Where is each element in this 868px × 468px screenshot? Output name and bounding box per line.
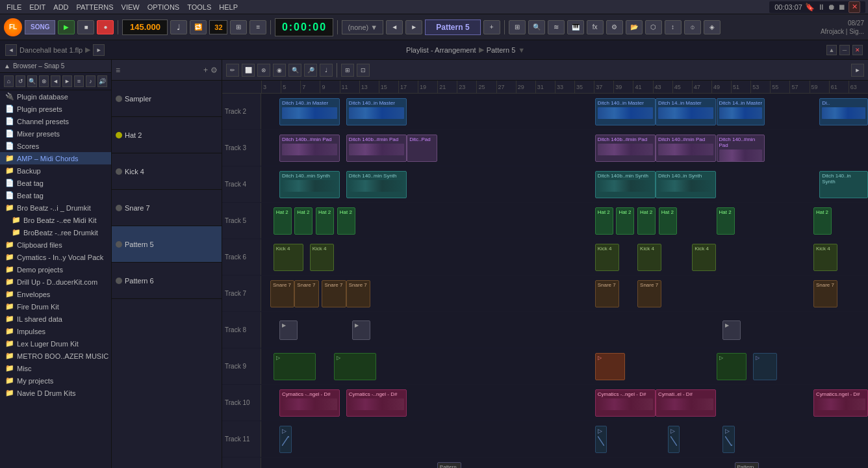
track6-clip-4[interactable]: Kick 4 — [637, 244, 661, 271]
sb-tool-prev[interactable]: ◄ — [51, 75, 60, 87]
track11-clip-2[interactable]: ▷ — [595, 426, 607, 453]
sidebar-item-impulses[interactable]: 📁 Impulses — [0, 325, 111, 337]
track2-clip-5[interactable]: Ditch 14..in Master — [717, 98, 765, 125]
track11-clip-3[interactable]: ▷ — [668, 426, 680, 453]
tempo-display[interactable]: 145.000 — [122, 20, 168, 35]
track-4-lane[interactable]: Ditch 140..min Synth Ditch 140..min Synt… — [261, 166, 868, 202]
menu-item-view[interactable]: VIEW — [118, 0, 144, 14]
sb-tool-next[interactable]: ► — [62, 75, 72, 87]
pattern-nav-next[interactable]: ► — [405, 20, 422, 34]
zoom-btn[interactable]: 🔍 — [528, 20, 545, 34]
pl-zoom-out-btn[interactable]: 🔎 — [304, 64, 317, 77]
sidebar-item-plugin-presets[interactable]: 📄 Plugin presets — [0, 103, 111, 115]
track12-clip-1[interactable]: Pattern 5 — [437, 462, 461, 468]
track5-clip-6[interactable]: Hat 2 — [616, 207, 634, 235]
track-5-lane[interactable]: Hat 2 Hat 2 Hat 2 Hat 2 — [261, 203, 868, 239]
add-pattern-btn[interactable]: + — [483, 20, 500, 34]
sidebar-item-metro[interactable]: 📁 METRO BOO..AZER MUSIC — [0, 350, 111, 362]
sidebar-item-beat-tag-1[interactable]: 📄 Beat tag — [0, 177, 111, 189]
none-selector[interactable]: (none) ▼ — [342, 20, 383, 34]
track10-clip-2[interactable]: Cymatics -..ngel - D# — [346, 389, 407, 417]
track2-clip-1[interactable]: Ditch 140..in Master — [279, 98, 340, 125]
track7-clip-5[interactable]: Snare 7 — [595, 280, 619, 307]
pl-scroll-right[interactable]: ► — [851, 64, 864, 77]
sidebar-item-il-shared[interactable]: 📁 IL shared data — [0, 313, 111, 325]
fl-logo[interactable]: FL — [4, 18, 22, 36]
channel-kick4[interactable]: Kick 4 — [112, 153, 222, 190]
sb-tool-home[interactable]: ⌂ — [4, 75, 14, 87]
track10-clip-4[interactable]: Cymati..el - D# — [656, 389, 716, 417]
track5-clip-1[interactable]: Hat 2 — [274, 207, 292, 235]
sidebar-item-backup[interactable]: 📁 Backup — [0, 164, 111, 177]
sidebar-item-navie-d[interactable]: 📁 Navie D Drum Kits — [0, 387, 111, 399]
pause-icon[interactable]: ⏸ — [817, 3, 825, 12]
sb-sound-icon[interactable]: ♪ — [86, 75, 96, 87]
menu-item-tools[interactable]: TOOLS — [183, 0, 215, 14]
track3-clip-4[interactable]: Ditch 140b..#min Pad — [595, 135, 656, 162]
track4-clip-1[interactable]: Ditch 140..min Synth — [279, 171, 340, 198]
bc-forward-btn[interactable]: ► — [93, 44, 105, 56]
play-btn[interactable]: ▶ — [58, 20, 75, 34]
track-10-lane[interactable]: Cymatics -..ngel - D# Cymatics -..ngel -… — [261, 385, 868, 421]
track2-clip-2[interactable]: Ditch 140..in Master — [346, 98, 407, 125]
track-9-lane[interactable]: ▷ ▷ — [261, 348, 868, 384]
sidebar-nav-up[interactable]: ▲ — [4, 62, 10, 70]
browser-btn[interactable]: 📂 — [626, 20, 643, 34]
channel-hat2[interactable]: Hat 2 — [112, 117, 222, 153]
channel-pattern5[interactable]: Pattern 5 — [112, 226, 222, 263]
track5-clip-3[interactable]: Hat 2 — [316, 207, 334, 235]
pl-draw-btn[interactable]: ✏ — [226, 64, 239, 77]
track12-clip-2[interactable]: Pattern 5 — [735, 462, 759, 468]
track2-clip-3[interactable]: Ditch 140..in Master — [595, 98, 656, 125]
stop-icon[interactable]: ⏹ — [838, 3, 846, 12]
track4-clip-5[interactable]: Ditch 140..in Synth — [819, 171, 868, 198]
track7-clip-1[interactable]: Snare 7 — [270, 280, 294, 307]
track10-clip-5[interactable]: Cymatics.ngel - D# — [813, 389, 868, 417]
sidebar-item-amp-midi[interactable]: 📁 AMP – Midi Chords — [0, 152, 111, 164]
track-2-lane[interactable]: Ditch 140..in Master Ditch 140..in Maste… — [261, 94, 868, 129]
track5-clip-4[interactable]: Hat 2 — [337, 207, 355, 235]
track7-clip-4[interactable]: Snare 7 — [346, 280, 370, 307]
snap-btn[interactable]: ⊞ — [509, 20, 526, 34]
sidebar-item-bro-beatz-drumkit[interactable]: 📁 BroBeatz -..ree Drumkit — [0, 226, 111, 239]
track5-clip-5[interactable]: Hat 2 — [595, 207, 613, 235]
track11-clip-4[interactable]: ▷ — [722, 426, 735, 453]
stepseq-btn[interactable]: ⊞ — [230, 20, 247, 34]
channel-pattern6[interactable]: Pattern 6 — [112, 263, 222, 299]
record-btn[interactable]: ● — [97, 20, 114, 34]
track-6-lane[interactable]: Kick 4 Kick 4 Kick 4 Kick 4 — [261, 239, 868, 275]
pl-mute-btn[interactable]: ◉ — [273, 64, 286, 77]
track-11-lane[interactable]: ▷ ▷ — [261, 421, 868, 457]
rack-hamburger[interactable]: ≡ — [116, 66, 120, 75]
channel-snare7[interactable]: Snare 7 — [112, 190, 222, 226]
track-7-lane[interactable]: Snare 7 Snare 7 Snare 7 Snare 7 — [261, 276, 868, 311]
sidebar-item-envelopes[interactable]: 📁 Envelopes — [0, 288, 111, 300]
track9-clip-5[interactable]: ▷ — [753, 353, 777, 380]
pl-group-btn[interactable]: ⊡ — [357, 64, 370, 77]
track7-clip-6[interactable]: Snare 7 — [637, 280, 661, 307]
eq-btn[interactable]: ≋ — [548, 20, 565, 34]
sb-tool-search[interactable]: 🔍 — [27, 75, 37, 87]
track-8-lane[interactable]: ▶ ▶ ▶ — [261, 312, 868, 348]
piano-btn[interactable]: 🎹 — [567, 20, 584, 34]
track6-clip-3[interactable]: Kick 4 — [595, 244, 619, 271]
util-btn2[interactable]: ↕ — [665, 20, 682, 34]
track3-clip-6[interactable]: Ditch 140..#min Pad — [717, 135, 765, 162]
track5-clip-10[interactable]: Hat 2 — [813, 207, 832, 235]
track3-clip-3[interactable]: Ditc..Pad — [407, 135, 437, 162]
util-btn1[interactable]: ⬡ — [645, 20, 662, 34]
menu-item-help[interactable]: HELP — [215, 0, 242, 14]
pl-erase-btn[interactable]: ⊗ — [257, 64, 270, 77]
track9-clip-1[interactable]: ▷ — [274, 353, 316, 380]
loop-btn[interactable]: 🔁 — [190, 20, 207, 34]
rack-settings[interactable]: ⚙ — [211, 66, 218, 75]
bookmark-icon[interactable]: 🔖 — [805, 3, 815, 12]
pl-metronome-btn[interactable]: ♩ — [320, 64, 333, 77]
track5-clip-8[interactable]: Hat 2 — [659, 207, 677, 235]
channel-sampler[interactable]: Sampler — [112, 81, 222, 117]
metronome-btn[interactable]: ♩ — [170, 20, 187, 34]
menu-item-edit[interactable]: EDIT — [25, 0, 49, 14]
sidebar-item-channel-presets[interactable]: 📄 Channel presets — [0, 115, 111, 127]
song-mode-btn[interactable]: SONG — [25, 20, 55, 34]
track2-clip-6[interactable]: Di.. — [819, 98, 868, 125]
